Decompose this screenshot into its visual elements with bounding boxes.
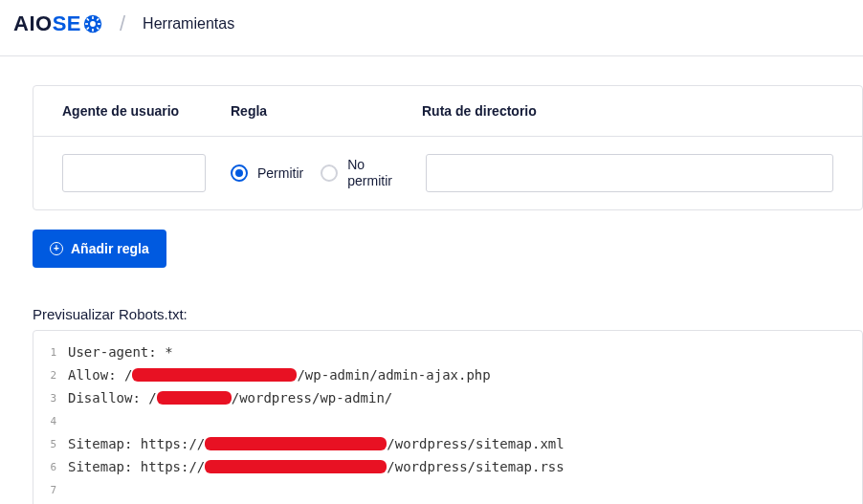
svg-rect-3 (92, 29, 94, 32)
radio-unselected-icon (321, 164, 338, 182)
svg-rect-5 (98, 23, 100, 25)
svg-rect-4 (85, 23, 88, 25)
code-line: 5Sitemap: https:///wordpress/sitemap.xml (33, 432, 862, 455)
line-content: Allow: //wp-admin/admin-ajax.php (68, 367, 862, 383)
rules-input-row: Permitir No permitir (33, 137, 862, 209)
code-line: 3Disallow: //wordpress/wp-admin/ (33, 386, 862, 409)
directory-path-input[interactable] (426, 154, 833, 192)
line-content: Sitemap: https:///wordpress/sitemap.xml (68, 436, 862, 451)
line-prefix: Sitemap: https:// (68, 459, 205, 474)
col-header-rule: Regla (231, 103, 422, 119)
redaction-mark (205, 437, 387, 450)
add-rule-button[interactable]: + Añadir regla (33, 230, 166, 268)
disallow-radio[interactable]: No permitir (321, 157, 401, 189)
line-suffix: /wordpress/sitemap.xml (387, 436, 564, 451)
line-number: 5 (33, 438, 68, 450)
line-suffix: /wp-admin/admin-ajax.php (297, 367, 490, 383)
line-content: User-agent: * (68, 344, 862, 360)
col-header-user-agent: Agente de usuario (62, 103, 231, 119)
app-header: AIOSE / Herramientas (0, 0, 863, 56)
redaction-mark (157, 391, 232, 405)
rules-header-row: Agente de usuario Regla Ruta de director… (33, 86, 862, 137)
gear-icon (83, 14, 102, 33)
code-line: 2Allow: //wp-admin/admin-ajax.php (33, 363, 862, 386)
line-suffix: /wordpress/sitemap.rss (387, 459, 564, 474)
col-header-path: Ruta de directorio (422, 103, 833, 119)
line-content: Sitemap: https:///wordpress/sitemap.rss (68, 459, 862, 474)
allow-radio[interactable]: Permitir (231, 164, 303, 182)
line-suffix: /wordpress/wp-admin/ (232, 390, 393, 405)
plus-circle-icon: + (50, 242, 63, 255)
page-title: Herramientas (143, 15, 234, 33)
svg-point-1 (90, 21, 96, 27)
logo-text-seo: SE (53, 11, 81, 36)
logo-text-aio: AIO (13, 11, 53, 36)
line-number: 7 (33, 484, 68, 496)
preview-section: Previsualizar Robots.txt: 1User-agent: *… (33, 306, 863, 504)
code-line: 7 (33, 478, 862, 501)
radio-selected-icon (231, 164, 248, 182)
main-content: Agente de usuario Regla Ruta de director… (0, 56, 863, 504)
svg-rect-2 (92, 16, 94, 19)
add-rule-label: Añadir regla (71, 241, 149, 256)
allow-label: Permitir (257, 165, 303, 182)
line-prefix: Disallow: / (68, 390, 157, 405)
redaction-mark (132, 368, 297, 382)
app-logo: AIOSE (13, 11, 102, 36)
line-number: 1 (33, 346, 68, 359)
line-number: 3 (33, 392, 68, 405)
line-content: Disallow: //wordpress/wp-admin/ (68, 390, 862, 405)
preview-label: Previsualizar Robots.txt: (33, 306, 863, 322)
code-line: 4 (33, 409, 862, 432)
rule-radio-group: Permitir No permitir (231, 157, 422, 189)
code-line: 1User-agent: * (33, 340, 862, 363)
line-number: 4 (33, 415, 68, 427)
robots-preview-box: 1User-agent: *2Allow: //wp-admin/admin-a… (33, 330, 863, 504)
user-agent-input[interactable] (62, 154, 206, 192)
line-prefix: Allow: / (68, 367, 132, 383)
line-prefix: Sitemap: https:// (68, 436, 205, 451)
line-prefix: User-agent: * (68, 344, 173, 360)
rules-card: Agente de usuario Regla Ruta de director… (33, 85, 863, 210)
line-number: 6 (33, 461, 68, 473)
redaction-mark (205, 460, 387, 473)
code-line: 6Sitemap: https:///wordpress/sitemap.rss (33, 455, 862, 478)
breadcrumb-separator: / (120, 11, 125, 36)
disallow-label: No permitir (347, 157, 401, 189)
line-number: 2 (33, 369, 68, 382)
